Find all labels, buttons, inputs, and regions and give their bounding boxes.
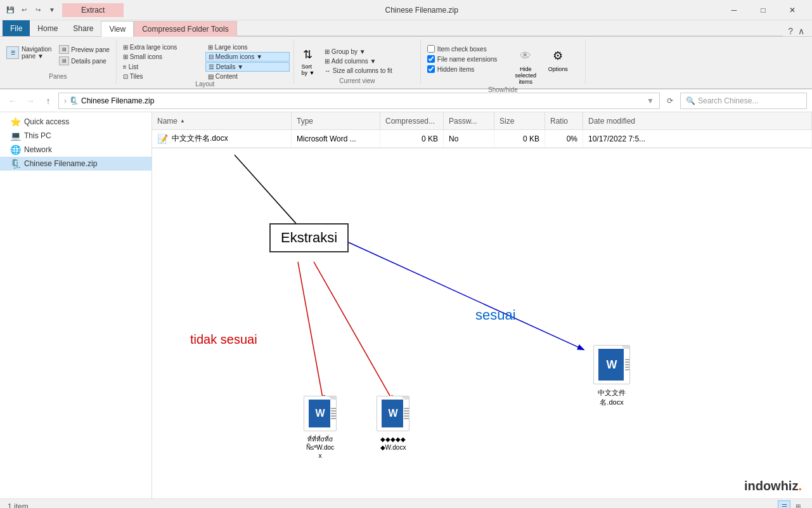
file-list: Name ▲ Type Compressed... Passw... Size …: [152, 112, 812, 148]
redo-icon: ↪: [33, 5, 43, 15]
path-text: Chinese Filename.zip: [81, 96, 154, 105]
search-placeholder: Search Chinese...: [698, 96, 758, 105]
dropdown-icon[interactable]: ▼: [47, 5, 57, 15]
col-header-compressed[interactable]: Compressed...: [380, 112, 444, 129]
file-size-text: 0 KB: [523, 134, 539, 143]
back-button[interactable]: ←: [5, 93, 20, 108]
col-header-type[interactable]: Type: [292, 112, 380, 129]
col-ratio-text: Ratio: [550, 117, 568, 126]
panes-group: ☰ Navigationpane ▼ ▤ Preview pane ▤ Deta…: [0, 39, 117, 84]
wrong-file-1-label: ที่ที่ที่σที่σÑ≤ªW.docx: [306, 435, 334, 460]
file-name-ext-input[interactable]: [427, 55, 435, 63]
large-icons-view-icon[interactable]: ⊞: [792, 500, 804, 509]
current-view-label: Current view: [298, 77, 416, 86]
file-compressed-cell: 0 KB: [380, 130, 444, 147]
show-hide-group: Item check boxes File name extensions Hi…: [421, 39, 586, 84]
item-checkboxes-toggle[interactable]: Item check boxes: [425, 44, 500, 53]
address-path[interactable]: › 🗜️ Chinese Filename.zip ▼: [58, 93, 660, 109]
tab-home[interactable]: Home: [30, 20, 65, 36]
hidden-items-toggle[interactable]: Hidden items: [425, 65, 500, 74]
right-panel: Name ▲ Type Compressed... Passw... Size …: [152, 112, 812, 498]
item-checkboxes-input[interactable]: [427, 45, 435, 53]
hidden-items-input[interactable]: [427, 65, 435, 73]
col-header-size[interactable]: Size: [494, 112, 545, 129]
col-size-text: Size: [499, 117, 514, 126]
sort-label: Sortby ▼: [301, 63, 314, 76]
size-all-icon: ↔: [325, 67, 331, 74]
diagram-area: Ekstraksi tidak sesuai sesuai W: [152, 148, 812, 498]
correct-file-label: 中文文件名.docx: [598, 388, 626, 408]
group-by-button[interactable]: ⊞ Group by ▼: [322, 48, 395, 56]
hide-selected-button[interactable]: 👁 Hide selected items: [508, 44, 543, 86]
minimize-button[interactable]: ─: [719, 0, 749, 20]
table-row[interactable]: 📝 中文文件名.docx Microsoft Word ... 0 KB No …: [152, 130, 812, 148]
sort-icon: ⇅: [299, 46, 317, 63]
large-icons-button[interactable]: ⊞ Large icons: [205, 43, 290, 51]
options-label: Options: [548, 66, 568, 72]
search-box[interactable]: 🔍 Search Chinese...: [680, 93, 807, 109]
details-pane-button[interactable]: ▤ Details pane: [56, 56, 112, 66]
wrong-doc-icon-2: W: [377, 396, 409, 431]
file-date-cell: 10/17/2022 7:5...: [583, 130, 812, 147]
details-pane-label: Details pane: [71, 58, 106, 65]
layout-label: Layout: [120, 81, 290, 89]
wrong-doc-icon-1: W: [304, 396, 337, 431]
sort-by-button[interactable]: ⇅ Sortby ▼: [298, 44, 318, 77]
file-name-ext-toggle[interactable]: File name extensions: [425, 55, 500, 63]
details-view-icon[interactable]: ☰: [778, 500, 790, 509]
zip-label: Chinese Filename.zip: [24, 159, 97, 168]
maximize-button[interactable]: □: [749, 0, 778, 20]
col-header-date[interactable]: Date modified: [583, 112, 812, 129]
tiles-button[interactable]: ⊡ Tiles: [120, 72, 205, 81]
preview-pane-button[interactable]: ▤ Preview pane: [56, 44, 112, 55]
ekstraksi-box: Ekstraksi: [269, 223, 349, 252]
window-controls: ─ □ ✕: [719, 0, 807, 20]
col-header-name[interactable]: Name ▲: [152, 112, 292, 129]
file-type-text: Microsoft Word ...: [297, 134, 356, 143]
file-ratio-text: 0%: [567, 134, 577, 143]
dropdown-arrow-icon[interactable]: ▼: [647, 96, 654, 105]
content-button[interactable]: ▤ Content: [205, 72, 290, 81]
medium-icons-button[interactable]: ⊟ Medium icons ▼: [205, 52, 290, 62]
close-button[interactable]: ✕: [778, 0, 807, 20]
file-ratio-cell: 0%: [545, 130, 583, 147]
sidebar-item-network[interactable]: 🌐 Network: [0, 143, 151, 157]
search-icon: 🔍: [686, 96, 695, 105]
icon-md: ⊟: [209, 53, 214, 60]
sort-asc-icon: ▲: [180, 118, 185, 124]
navigation-pane-button[interactable]: ☰ Navigationpane ▼: [4, 44, 54, 61]
group-icon: ⊞: [325, 48, 330, 55]
tab-file[interactable]: File: [3, 20, 30, 36]
tab-share[interactable]: Share: [65, 20, 101, 36]
extract-tab-title: Extract: [62, 3, 124, 17]
col-header-password[interactable]: Passw...: [444, 112, 494, 129]
sidebar-item-quick-access[interactable]: ⭐ Quick access: [0, 115, 151, 129]
up-button[interactable]: ↑: [41, 93, 56, 108]
tab-view[interactable]: View: [101, 21, 134, 37]
address-bar: ← → ↑ › 🗜️ Chinese Filename.zip ▼ ⟳ 🔍 Se…: [0, 89, 812, 112]
col-type-text: Type: [297, 117, 313, 126]
forward-button[interactable]: →: [23, 93, 38, 108]
list-button[interactable]: ≡ List: [120, 62, 205, 72]
options-button[interactable]: ⚙ Options: [546, 44, 569, 74]
options-icon: ⚙: [548, 46, 568, 66]
add-columns-button[interactable]: ⊞ Add columns ▼: [322, 57, 395, 65]
size-all-columns-button[interactable]: ↔ Size all columns to fit: [322, 67, 395, 75]
correct-doc-icon: W: [593, 345, 630, 384]
main-area: ⭐ Quick access 💻 This PC 🌐 Network 🗜️ Ch…: [0, 112, 812, 498]
col-name-text: Name: [157, 117, 177, 126]
collapse-ribbon-icon[interactable]: ∧: [798, 26, 804, 36]
col-header-ratio[interactable]: Ratio: [545, 112, 583, 129]
sidebar-item-zip[interactable]: 🗜️ Chinese Filename.zip: [0, 157, 151, 171]
quick-access-label: Quick access: [24, 117, 69, 126]
extra-large-icons-button[interactable]: ⊞ Extra large icons: [120, 43, 205, 51]
refresh-button[interactable]: ⟳: [662, 93, 678, 108]
tab-compressed-folder-tools[interactable]: Compressed Folder Tools: [134, 21, 237, 37]
tidak-sesuai-label: tidak sesuai: [190, 332, 257, 347]
details-button[interactable]: ☰ Details ▼: [205, 62, 290, 72]
window-title: Chinese Filename.zip: [124, 6, 719, 15]
small-icons-button[interactable]: ⊞ Small icons: [120, 52, 205, 62]
help-icon[interactable]: ?: [788, 26, 793, 36]
sidebar-item-this-pc[interactable]: 💻 This PC: [0, 129, 151, 143]
docx-icon: 📝: [157, 134, 168, 144]
